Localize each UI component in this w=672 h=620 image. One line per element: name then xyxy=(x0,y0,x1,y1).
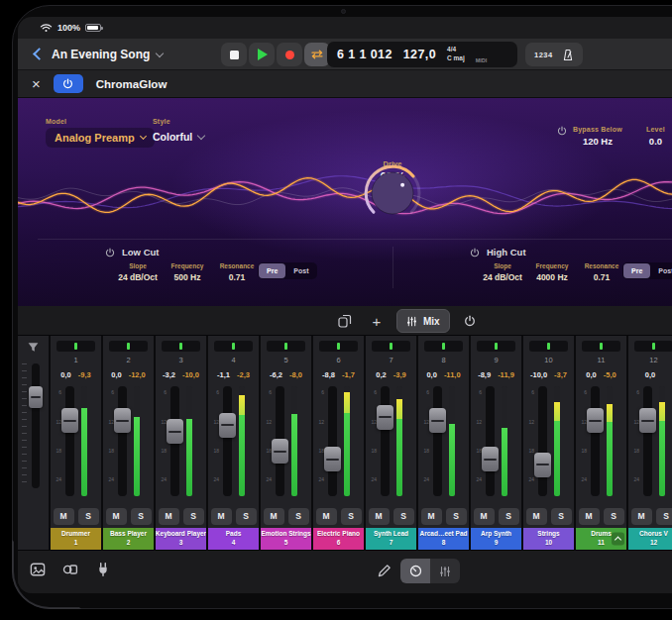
solo-button[interactable]: S xyxy=(183,508,204,525)
pan-control[interactable] xyxy=(319,341,358,352)
plug-icon[interactable] xyxy=(95,562,111,577)
faders-view-button[interactable] xyxy=(430,559,460,583)
mute-button[interactable]: M xyxy=(526,508,547,525)
track-label[interactable]: Keyboard Player 3 xyxy=(156,528,206,550)
track-label[interactable]: Chorus V 12 xyxy=(628,528,672,550)
track-label[interactable]: Emotion Strings 5 xyxy=(261,528,311,550)
master-fader-cap[interactable] xyxy=(29,386,43,408)
pan-control[interactable] xyxy=(109,341,148,352)
fader-track[interactable] xyxy=(118,386,127,496)
mute-button[interactable]: M xyxy=(631,508,652,525)
fader-track[interactable] xyxy=(381,386,390,496)
track-label[interactable]: Pads 4 xyxy=(208,528,259,550)
low-cut-pre-button[interactable]: Pre xyxy=(259,263,285,278)
plugin-power-button[interactable] xyxy=(54,74,83,93)
low-cut-slope[interactable]: Slope 24 dB/Oct xyxy=(115,262,161,282)
fader-cap[interactable] xyxy=(534,453,551,477)
solo-button[interactable]: S xyxy=(78,508,99,525)
count-in-button[interactable]: 1234 xyxy=(534,51,553,59)
power-icon[interactable] xyxy=(470,248,480,258)
pan-control[interactable] xyxy=(56,341,95,352)
pan-control[interactable] xyxy=(529,341,568,352)
power-icon[interactable] xyxy=(105,248,115,258)
back-button[interactable] xyxy=(32,49,44,60)
level-control[interactable]: Level 0.0 xyxy=(646,126,665,147)
fader-cap[interactable] xyxy=(587,408,604,433)
record-button[interactable] xyxy=(277,43,302,66)
fader-track[interactable] xyxy=(170,386,179,496)
bypass-below-control[interactable]: Bypass Below 120 Hz xyxy=(557,126,622,147)
high-cut-resonance[interactable]: Resonance 0.71 xyxy=(579,262,624,282)
fader-cap[interactable] xyxy=(377,405,393,430)
fader-track[interactable] xyxy=(591,386,600,496)
track-label[interactable]: Drums 11 xyxy=(576,528,626,550)
plugin-tiles-button[interactable] xyxy=(333,309,357,333)
metronome-icon[interactable] xyxy=(562,49,574,61)
low-cut-resonance[interactable]: Resonance 0.71 xyxy=(214,262,260,282)
fader-track[interactable] xyxy=(433,386,442,496)
expand-button[interactable] xyxy=(612,533,624,546)
low-cut-frequency[interactable]: Frequency 500 Hz xyxy=(165,262,210,282)
fader-cap[interactable] xyxy=(272,439,288,464)
high-cut-post-button[interactable]: Post xyxy=(650,263,672,278)
pan-control[interactable] xyxy=(372,341,410,352)
mute-button[interactable]: M xyxy=(106,508,127,525)
low-cut-post-button[interactable]: Post xyxy=(285,263,316,278)
high-cut-pre-button[interactable]: Pre xyxy=(623,263,650,278)
fader-cap[interactable] xyxy=(429,408,446,433)
fader-track[interactable] xyxy=(486,386,495,496)
pan-control[interactable] xyxy=(267,341,305,352)
fader-cap[interactable] xyxy=(482,447,499,471)
fader-track[interactable] xyxy=(538,386,547,496)
high-cut-frequency[interactable]: Frequency 4000 Hz xyxy=(529,262,575,282)
power-icon[interactable] xyxy=(557,126,567,136)
mixer-power-button[interactable] xyxy=(458,309,482,333)
add-track-button[interactable]: + xyxy=(365,309,389,333)
controls-view-button[interactable] xyxy=(400,559,430,583)
track-label[interactable]: Arp Synth 9 xyxy=(471,528,521,550)
mute-button[interactable]: M xyxy=(211,508,232,525)
fader-track[interactable] xyxy=(65,386,74,496)
mute-button[interactable]: M xyxy=(579,508,600,525)
high-cut-slope[interactable]: Slope 24 dB/Oct xyxy=(480,262,525,282)
fader-cap[interactable] xyxy=(639,408,656,433)
master-fader[interactable] xyxy=(32,363,40,488)
pan-control[interactable] xyxy=(162,341,200,352)
track-label[interactable]: Synth Lead 7 xyxy=(366,528,416,550)
fader-cap[interactable] xyxy=(61,408,78,433)
solo-button[interactable]: S xyxy=(656,508,672,525)
mute-button[interactable]: M xyxy=(369,508,390,525)
pan-control[interactable] xyxy=(634,341,672,352)
fader-cap[interactable] xyxy=(324,447,341,471)
solo-button[interactable]: S xyxy=(236,508,257,525)
play-button[interactable] xyxy=(249,43,275,66)
track-label[interactable]: Bass Player 2 xyxy=(103,528,154,550)
fader-cap[interactable] xyxy=(167,419,183,444)
solo-button[interactable]: S xyxy=(499,508,519,525)
fader-track[interactable] xyxy=(223,386,232,496)
track-label[interactable]: Drummer 1 xyxy=(51,528,101,550)
stop-button[interactable] xyxy=(221,43,247,66)
close-icon[interactable]: × xyxy=(32,76,41,91)
fader-cap[interactable] xyxy=(114,408,131,433)
solo-button[interactable]: S xyxy=(288,508,309,525)
media-browser-icon[interactable] xyxy=(30,562,46,577)
lcd-display[interactable]: 6 1 1 012 127,0 4/4 C maj MIDI xyxy=(327,42,517,67)
track-label[interactable]: Electric Piano 6 xyxy=(313,528,364,550)
drive-knob[interactable] xyxy=(364,164,421,222)
mute-button[interactable]: M xyxy=(421,508,442,525)
pan-control[interactable] xyxy=(477,341,515,352)
track-label[interactable]: Arcad…eet Pad 8 xyxy=(418,528,469,550)
solo-button[interactable]: S xyxy=(551,508,572,525)
mix-view-button[interactable]: Mix xyxy=(396,309,450,333)
mute-button[interactable]: M xyxy=(159,508,179,525)
model-control[interactable]: Model Analog Preamp xyxy=(46,118,155,148)
solo-button[interactable]: S xyxy=(446,508,467,525)
song-title-menu[interactable]: An Evening Song xyxy=(52,48,163,61)
pan-control[interactable] xyxy=(424,341,463,352)
pencil-icon[interactable] xyxy=(377,564,392,578)
solo-button[interactable]: S xyxy=(604,508,624,525)
mute-button[interactable]: M xyxy=(474,508,495,525)
fader-track[interactable] xyxy=(276,386,284,496)
track-label[interactable]: Strings 10 xyxy=(523,528,574,550)
